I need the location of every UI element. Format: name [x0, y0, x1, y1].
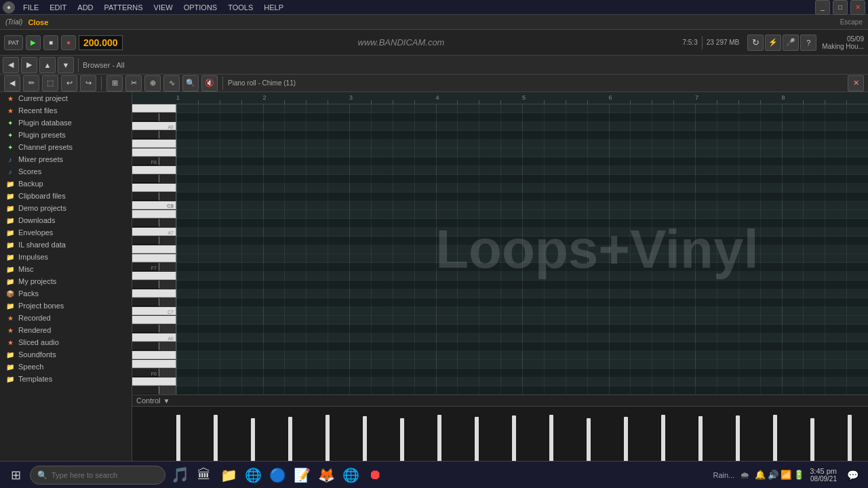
play-button[interactable]: ▶ [26, 35, 41, 50]
sidebar-item-speech[interactable]: 📁Speech [0, 361, 132, 373]
control-arrow[interactable]: ▼ [163, 397, 170, 405]
undo-btn[interactable]: ↩ [61, 75, 77, 92]
sidebar-item-clipboard-files[interactable]: 📁Clipboard files [0, 190, 132, 202]
taskbar-firefox[interactable]: 🦊 [316, 465, 336, 485]
sidebar-item-demo-projects[interactable]: 📁Demo projects [0, 202, 132, 214]
nav-back-btn[interactable]: ◀ [3, 57, 19, 73]
menu-edit[interactable]: EDIT [47, 3, 69, 12]
piano-key[interactable] [132, 386, 159, 394]
piano-keys[interactable]: A8F8C8A7F7C7A6F6C6A5F5C5A4F4C4C5C8 [132, 104, 176, 394]
snap-btn[interactable]: ⊞ [106, 75, 123, 92]
pat-button[interactable]: PAT [4, 35, 23, 50]
piano-key[interactable] [132, 140, 176, 148]
taskbar-app1[interactable]: 🎵 [170, 465, 190, 485]
bpm-display[interactable]: 200.000 [79, 35, 123, 50]
taskbar-word[interactable]: 📝 [292, 465, 312, 485]
piano-key[interactable] [132, 316, 176, 324]
menu-add[interactable]: ADD [75, 3, 96, 12]
menu-file[interactable]: FILE [20, 3, 41, 12]
piano-key[interactable] [132, 289, 176, 298]
piano-key[interactable] [132, 325, 159, 333]
nav-fwd-btn[interactable]: ▶ [21, 57, 37, 73]
sidebar-item-project-bones[interactable]: 📁Project bones [0, 300, 132, 312]
start-button[interactable]: ⊞ [5, 465, 26, 485]
help-btn[interactable]: ? [800, 35, 816, 51]
maximize-btn[interactable]: □ [833, 0, 848, 15]
taskbar-search-box[interactable]: 🔍 [30, 466, 165, 485]
taskbar-edge[interactable]: 🔵 [267, 465, 288, 485]
piano-key[interactable] [132, 254, 176, 262]
sidebar-item-templates[interactable]: 📁Templates [0, 373, 132, 385]
taskbar-chrome2[interactable]: 🌐 [340, 465, 361, 485]
piano-key[interactable]: F8 [132, 157, 159, 165]
sidebar-item-channel-presets[interactable]: ✦Channel presets [0, 141, 132, 153]
sidebar-item-backup[interactable]: 📁Backup [0, 178, 132, 190]
sidebar-item-plugin-presets[interactable]: ✦Plugin presets [0, 129, 132, 141]
sidebar-item-recorded[interactable]: ★Recorded [0, 312, 132, 324]
piano-key[interactable] [132, 104, 176, 113]
piano-key[interactable] [132, 131, 159, 139]
search-input[interactable] [52, 471, 146, 479]
pr-back-btn[interactable]: ◀ [4, 75, 20, 92]
sidebar-item-my-projects[interactable]: 📁My projects [0, 275, 132, 287]
sidebar-item-soundfonts[interactable]: 📁Soundfonts [0, 348, 132, 361]
glue-btn[interactable]: ⊕ [144, 75, 161, 92]
sidebar-item-envelopes[interactable]: 📁Envelopes [0, 226, 132, 239]
note-area[interactable]: A8F8C8A7F7C7A6F6C6A5F5C5A4F4C4C5C8 Loops… [132, 104, 868, 394]
taskbar-app3[interactable]: 📁 [218, 465, 239, 485]
sidebar-item-recent-files[interactable]: ★Recent files [0, 104, 132, 117]
sidebar-item-il-shared-data[interactable]: 📁IL shared data [0, 239, 132, 251]
sidebar-item-downloads[interactable]: 📁Downloads [0, 214, 132, 226]
piano-key[interactable]: A8 [132, 122, 176, 130]
zoom-in-btn[interactable]: 🔍 [182, 75, 199, 92]
piano-key[interactable] [132, 342, 159, 350]
piano-key[interactable] [132, 175, 159, 183]
piano-key[interactable] [132, 192, 159, 201]
sidebar-item-plugin-database[interactable]: ✦Plugin database [0, 117, 132, 129]
piano-key[interactable] [132, 113, 159, 121]
notification-btn[interactable]: 💬 [842, 465, 863, 485]
cut-btn[interactable]: ✂ [125, 75, 142, 92]
menu-view[interactable]: VIEW [151, 3, 176, 12]
taskbar-app2[interactable]: 🏛 [194, 465, 214, 485]
sidebar-item-rendered[interactable]: ★Rendered [0, 324, 132, 336]
piano-key[interactable]: F7 [132, 263, 159, 271]
piano-key[interactable] [132, 272, 176, 280]
piano-key[interactable]: F6 [132, 369, 159, 377]
sidebar-item-packs[interactable]: 📦Packs [0, 287, 132, 300]
magnet-btn[interactable]: ∿ [163, 75, 180, 92]
menu-patterns[interactable]: PATTERNS [102, 3, 146, 12]
grid-area[interactable] [176, 104, 868, 394]
mute-btn[interactable]: 🔇 [201, 75, 218, 92]
piano-key[interactable]: A7 [132, 228, 176, 236]
close-btn[interactable]: Close [28, 18, 48, 26]
nav-up-btn[interactable]: ▲ [39, 57, 56, 73]
select-tool[interactable]: ⬚ [42, 75, 58, 92]
redo-btn[interactable]: ↪ [80, 75, 96, 92]
stop-button[interactable]: ■ [43, 35, 58, 50]
pr-close-btn[interactable]: ✕ [848, 75, 864, 92]
piano-key[interactable] [132, 184, 176, 192]
menu-options[interactable]: OPTIONS [181, 3, 220, 12]
piano-key[interactable] [132, 281, 159, 289]
piano-key[interactable] [132, 378, 176, 386]
close-window-btn[interactable]: ✕ [850, 0, 865, 15]
menu-tools[interactable]: TOOLS [225, 3, 256, 12]
piano-key[interactable]: C7 [132, 307, 176, 315]
piano-key[interactable] [132, 148, 176, 157]
pencil-tool[interactable]: ✏ [23, 75, 39, 92]
sidebar-item-misc[interactable]: 📁Misc [0, 263, 132, 275]
taskbar-rec[interactable]: ⏺ [365, 465, 385, 485]
sidebar-item-scores[interactable]: ♪Scores [0, 165, 132, 178]
piano-key[interactable] [132, 237, 159, 245]
piano-key[interactable] [132, 210, 176, 218]
sidebar-item-sliced-audio[interactable]: ★Sliced audio [0, 336, 132, 348]
record-button[interactable]: ● [61, 35, 76, 50]
piano-key[interactable] [132, 351, 176, 359]
taskbar-chrome[interactable]: 🌐 [243, 465, 263, 485]
mic-btn[interactable]: 🎤 [783, 35, 799, 51]
cpu-btn[interactable]: ⚡ [765, 35, 781, 51]
fl-logo[interactable]: ● [3, 1, 15, 14]
piano-key[interactable] [132, 245, 176, 253]
piano-key[interactable] [132, 219, 159, 227]
